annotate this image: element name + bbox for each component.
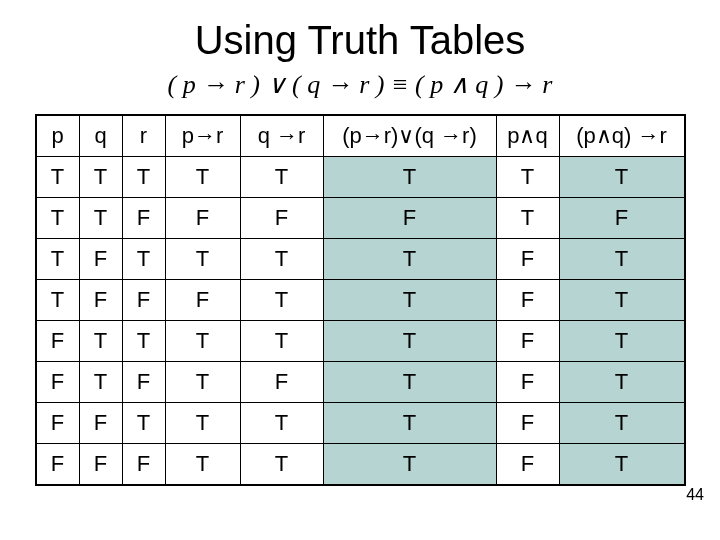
cell-disj: T (323, 239, 496, 280)
cell-p: F (36, 362, 80, 403)
cell-p-imp-r: T (165, 239, 240, 280)
col-header-result: (p∧q) →r (559, 115, 685, 157)
cell-result: F (559, 198, 685, 239)
cell-result: T (559, 157, 685, 198)
cell-p-imp-r: T (165, 403, 240, 444)
cell-p-imp-r: T (165, 321, 240, 362)
cell-r: T (122, 403, 165, 444)
cell-q: T (79, 321, 122, 362)
cell-disj: F (323, 198, 496, 239)
cell-q: F (79, 280, 122, 321)
cell-disj: T (323, 321, 496, 362)
page-number: 44 (686, 486, 704, 504)
cell-q: T (79, 157, 122, 198)
cell-p: F (36, 444, 80, 486)
table-row: F F T T T T F T (36, 403, 685, 444)
cell-disj: T (323, 280, 496, 321)
cell-q-imp-r: T (240, 321, 323, 362)
header-row: p q r p→r q →r (p→r)∨(q →r) p∧q (p∧q) →r (36, 115, 685, 157)
cell-p-and-q: F (496, 444, 559, 486)
cell-result: T (559, 321, 685, 362)
cell-q-imp-r: F (240, 362, 323, 403)
cell-p-imp-r: F (165, 198, 240, 239)
table-row: F T T T T T F T (36, 321, 685, 362)
cell-p-and-q: T (496, 157, 559, 198)
cell-disj: T (323, 444, 496, 486)
cell-p-and-q: F (496, 239, 559, 280)
col-header-q: q (79, 115, 122, 157)
truth-table: p q r p→r q →r (p→r)∨(q →r) p∧q (p∧q) →r… (35, 114, 686, 486)
cell-p-and-q: F (496, 280, 559, 321)
cell-q-imp-r: T (240, 239, 323, 280)
table-row: T T F F F F T F (36, 198, 685, 239)
cell-p: T (36, 239, 80, 280)
cell-p-and-q: F (496, 321, 559, 362)
cell-p-and-q: F (496, 362, 559, 403)
slide: Using Truth Tables ( p → r ) ∨ ( q → r )… (0, 0, 720, 540)
cell-q: T (79, 198, 122, 239)
table-row: F T F T F T F T (36, 362, 685, 403)
cell-q: F (79, 444, 122, 486)
cell-q-imp-r: T (240, 280, 323, 321)
cell-q-imp-r: T (240, 403, 323, 444)
cell-r: T (122, 239, 165, 280)
cell-r: T (122, 321, 165, 362)
logic-equation: ( p → r ) ∨ ( q → r ) ≡ ( p ∧ q ) → r (0, 69, 720, 114)
cell-disj: T (323, 403, 496, 444)
cell-q-imp-r: T (240, 157, 323, 198)
col-header-disj: (p→r)∨(q →r) (323, 115, 496, 157)
cell-p: F (36, 403, 80, 444)
table-row: T F T T T T F T (36, 239, 685, 280)
col-header-q-imp-r: q →r (240, 115, 323, 157)
cell-p: T (36, 280, 80, 321)
cell-disj: T (323, 362, 496, 403)
cell-result: T (559, 444, 685, 486)
cell-p: T (36, 198, 80, 239)
cell-p-imp-r: T (165, 444, 240, 486)
cell-disj: T (323, 157, 496, 198)
table-wrap: p q r p→r q →r (p→r)∨(q →r) p∧q (p∧q) →r… (0, 114, 720, 486)
col-header-p: p (36, 115, 80, 157)
cell-p-imp-r: T (165, 157, 240, 198)
cell-p-imp-r: F (165, 280, 240, 321)
cell-p: T (36, 157, 80, 198)
cell-p: F (36, 321, 80, 362)
cell-r: F (122, 198, 165, 239)
cell-q-imp-r: F (240, 198, 323, 239)
cell-result: T (559, 403, 685, 444)
cell-p-and-q: F (496, 403, 559, 444)
table-body: T T T T T T T T T T F F F F T F (36, 157, 685, 486)
slide-title: Using Truth Tables (0, 0, 720, 69)
table-row: T T T T T T T T (36, 157, 685, 198)
cell-result: T (559, 280, 685, 321)
cell-r: F (122, 280, 165, 321)
col-header-p-imp-r: p→r (165, 115, 240, 157)
cell-p-and-q: T (496, 198, 559, 239)
cell-q: F (79, 403, 122, 444)
cell-q-imp-r: T (240, 444, 323, 486)
cell-p-imp-r: T (165, 362, 240, 403)
cell-r: F (122, 362, 165, 403)
table-row: F F F T T T F T (36, 444, 685, 486)
table-row: T F F F T T F T (36, 280, 685, 321)
cell-r: T (122, 157, 165, 198)
cell-r: F (122, 444, 165, 486)
col-header-r: r (122, 115, 165, 157)
cell-q: F (79, 239, 122, 280)
cell-q: T (79, 362, 122, 403)
col-header-p-and-q: p∧q (496, 115, 559, 157)
cell-result: T (559, 362, 685, 403)
cell-result: T (559, 239, 685, 280)
